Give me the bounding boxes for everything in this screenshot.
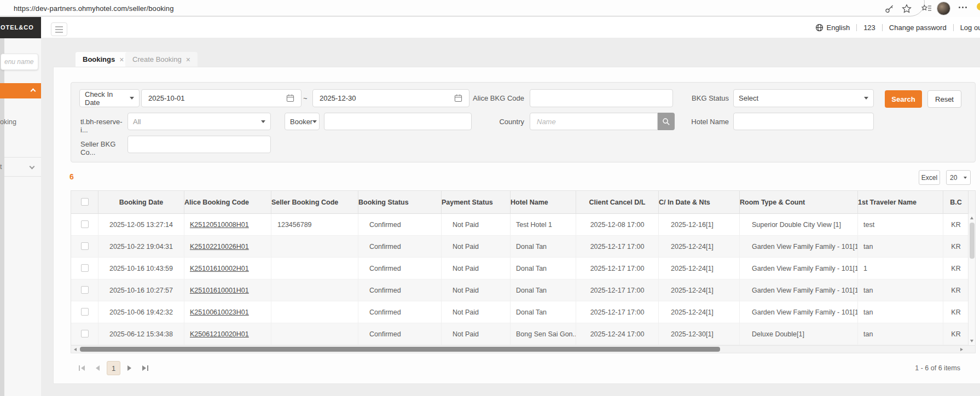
partner-code[interactable]: 123 bbox=[863, 24, 875, 32]
extension-icon[interactable] bbox=[977, 3, 980, 10]
favorites-list-icon[interactable] bbox=[921, 4, 931, 14]
scroll-left-icon[interactable] bbox=[74, 348, 77, 351]
column-header-booking_status[interactable]: Booking Status bbox=[358, 191, 442, 214]
logout-link[interactable]: Log out bbox=[960, 24, 980, 32]
cell-select bbox=[71, 258, 98, 279]
cell-booking_status: Confirmed bbox=[358, 214, 442, 236]
reset-button[interactable]: Reset bbox=[927, 90, 961, 108]
bkg-status-select[interactable]: Select bbox=[733, 89, 874, 107]
country-search-button[interactable] bbox=[658, 113, 675, 130]
column-header-hotel_name[interactable]: Hotel Name bbox=[511, 191, 576, 214]
cell-first_traveler_name: tan bbox=[858, 279, 943, 301]
column-header-first_traveler_name[interactable]: 1st Traveler Name bbox=[858, 191, 943, 214]
previous-page-button[interactable] bbox=[96, 364, 100, 372]
password-key-icon[interactable] bbox=[885, 4, 895, 14]
reserve-select[interactable]: All bbox=[127, 113, 271, 130]
page-size-select[interactable]: 20 bbox=[946, 170, 971, 185]
vertical-scroll-thumb[interactable] bbox=[970, 223, 975, 259]
cell-alice_booking_code: K25100610023H01 bbox=[184, 301, 271, 323]
date-from-input[interactable]: 2025-10-01 bbox=[141, 89, 301, 107]
column-header-booking_date[interactable]: Booking Date bbox=[98, 191, 184, 214]
calendar-icon[interactable] bbox=[454, 94, 462, 102]
calendar-icon[interactable] bbox=[286, 94, 294, 102]
seller-bkg-code-label: Seller BKG Co... bbox=[80, 140, 127, 156]
column-header-alice_booking_code[interactable]: Alice Booking Code bbox=[184, 191, 271, 214]
tab-bookings[interactable]: Bookings × bbox=[76, 52, 131, 67]
cell-booking_date: 2025-10-22 19:04:31 bbox=[98, 236, 184, 258]
alice-booking-code-link[interactable]: K25120510008H01 bbox=[190, 221, 249, 229]
select-all-checkbox[interactable] bbox=[81, 198, 89, 206]
row-checkbox[interactable] bbox=[81, 286, 89, 294]
caret-down-icon bbox=[964, 177, 967, 179]
date-to-input[interactable]: 2025-12-30 bbox=[312, 89, 469, 107]
change-password-link[interactable]: Change password bbox=[889, 24, 947, 32]
cell-checkin_date_nts: 2025-12-24[1] bbox=[659, 301, 740, 323]
scroll-up-icon[interactable] bbox=[970, 217, 973, 219]
column-header-select[interactable] bbox=[71, 191, 98, 214]
hotel-name-input[interactable] bbox=[733, 113, 874, 130]
sidebar-item-collapsed[interactable]: t bbox=[0, 163, 2, 171]
alice-booking-code-link[interactable]: K25061210020H01 bbox=[190, 330, 249, 338]
date-type-dropdown[interactable]: Check In Date bbox=[79, 89, 140, 107]
booker-input[interactable] bbox=[324, 113, 472, 130]
browser-profile-avatar[interactable] bbox=[937, 2, 950, 15]
cell-alice_booking_code: K25102210026H01 bbox=[184, 236, 271, 258]
tab-create-booking[interactable]: Create Booking × bbox=[125, 52, 198, 67]
vertical-scrollbar[interactable] bbox=[968, 214, 975, 345]
browser-menu-icon[interactable] bbox=[959, 7, 967, 8]
current-page-button[interactable]: 1 bbox=[107, 361, 120, 375]
sidebar-toggle-button[interactable] bbox=[51, 22, 67, 36]
column-header-checkin_date_nts[interactable]: C/ In Date & Nts bbox=[659, 191, 740, 214]
tab-close-icon[interactable]: × bbox=[186, 55, 190, 64]
caret-down-icon bbox=[261, 120, 265, 123]
column-header-bc[interactable]: B.C bbox=[943, 191, 969, 214]
alice-booking-code-link[interactable]: K25100610023H01 bbox=[190, 308, 249, 316]
hotel-name-label: Hotel Name bbox=[680, 118, 729, 126]
cell-client_cancel_dl: 2025-12-17 17:00 bbox=[576, 258, 659, 279]
bkg-status-label: BKG Status bbox=[680, 94, 729, 102]
cell-bc: KR bbox=[943, 323, 969, 345]
language-selector[interactable]: English bbox=[815, 24, 850, 32]
first-page-button[interactable] bbox=[79, 364, 85, 372]
alice-booking-code-link[interactable]: K25102210026H01 bbox=[190, 243, 249, 251]
column-header-seller_booking_code[interactable]: Seller Booking Code bbox=[271, 191, 358, 214]
column-header-payment_status[interactable]: Payment Status bbox=[442, 191, 511, 214]
bookmark-star-icon[interactable] bbox=[902, 4, 912, 14]
next-page-button[interactable] bbox=[127, 364, 131, 372]
sidebar-item-booking-group[interactable] bbox=[0, 83, 41, 98]
date-type-label: Check In Date bbox=[85, 90, 130, 107]
seller-bkg-code-input[interactable] bbox=[127, 136, 271, 153]
scroll-down-icon[interactable] bbox=[970, 340, 973, 342]
column-header-client_cancel_dl[interactable]: Client Cancel D/L bbox=[576, 191, 659, 214]
row-checkbox[interactable] bbox=[81, 264, 89, 272]
booker-dropdown[interactable]: Booker bbox=[285, 113, 320, 130]
table-header-row: Booking DateAlice Booking CodeSeller Boo… bbox=[71, 191, 969, 214]
row-checkbox[interactable] bbox=[81, 220, 89, 228]
row-checkbox[interactable] bbox=[81, 308, 89, 316]
row-checkbox[interactable] bbox=[81, 330, 89, 337]
row-checkbox[interactable] bbox=[81, 242, 89, 250]
horizontal-scrollbar[interactable] bbox=[71, 345, 976, 353]
alice-booking-code-link[interactable]: K25101610002H01 bbox=[190, 265, 249, 272]
booker-label: Booker bbox=[290, 118, 312, 126]
cell-checkin_date_nts: 2025-12-30[1] bbox=[659, 323, 740, 345]
scroll-right-icon[interactable] bbox=[960, 348, 963, 351]
alice-booking-code-link[interactable]: K25101610001H01 bbox=[190, 287, 249, 294]
cell-bc: KR bbox=[943, 236, 969, 258]
reserve-value: All bbox=[133, 118, 141, 126]
excel-export-button[interactable]: Excel bbox=[919, 170, 940, 185]
horizontal-scroll-thumb[interactable] bbox=[80, 347, 720, 352]
url-text[interactable]: https://dev-partners.ohmyhotel.com/selle… bbox=[14, 4, 174, 13]
tab-close-icon[interactable]: × bbox=[119, 55, 124, 64]
last-page-button[interactable] bbox=[142, 364, 148, 372]
alice-bkg-code-input[interactable] bbox=[530, 89, 673, 107]
menu-search-input[interactable] bbox=[1, 54, 38, 70]
cell-hotel_name: Test Hotel 1 bbox=[511, 214, 576, 236]
cell-first_traveler_name: test bbox=[858, 214, 943, 236]
sidebar-item-booking[interactable]: oking bbox=[0, 118, 16, 126]
cell-booking_status: Confirmed bbox=[358, 279, 442, 301]
cell-seller_booking_code bbox=[271, 323, 358, 345]
search-button[interactable]: Search bbox=[885, 90, 922, 108]
column-header-room_type_count[interactable]: Room Type & Count bbox=[740, 191, 858, 214]
country-input[interactable] bbox=[530, 113, 658, 130]
